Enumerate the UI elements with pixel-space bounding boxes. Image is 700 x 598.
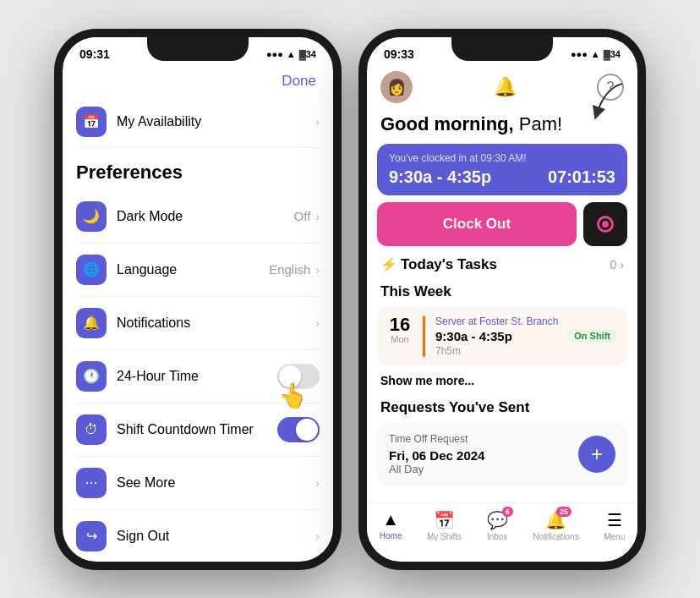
request-card[interactable]: Time Off Request Fri, 06 Dec 2024 All Da… xyxy=(377,423,627,486)
show-more-link[interactable]: Show me more... xyxy=(367,365,637,396)
pref-left-language: 🌐 Language xyxy=(76,255,177,285)
shifts-nav-label: My Shifts xyxy=(427,532,462,541)
tasks-badge[interactable]: 0 › xyxy=(610,258,624,272)
add-button[interactable]: + xyxy=(578,436,615,473)
greeting-name: Pam! xyxy=(514,113,562,134)
tasks-heading: Today's Tasks xyxy=(401,256,497,273)
left-phone: 09:31 ●●● ▲ ▓34 Done 📅 My Availability ›… xyxy=(54,29,342,570)
home-header: 👩 🔔 ? xyxy=(367,64,637,110)
shift-location: Foster St. Branch xyxy=(479,315,558,327)
home-content: 👩 🔔 ? Good morning, Pam! You've clocke xyxy=(367,64,637,551)
language-icon: 🌐 xyxy=(76,255,107,285)
settings-content: Done 📅 My Availability › Preferences 🌙 D… xyxy=(63,64,333,551)
countdown-toggle[interactable] xyxy=(277,417,320,442)
greeting: Good morning, Pam! xyxy=(367,110,637,144)
request-type: Time Off Request xyxy=(389,433,484,445)
battery-icon-right: ▓34 xyxy=(604,49,621,59)
pref-left-24hour: 🕐 24-Hour Time xyxy=(76,361,199,392)
help-button[interactable]: ? xyxy=(597,74,624,101)
shift-role: Server at Foster St. Branch xyxy=(435,315,617,327)
tasks-count: 0 xyxy=(610,258,617,272)
availability-label: My Availability xyxy=(117,114,201,129)
sign-out-chevron: › xyxy=(315,529,320,543)
sign-out-label: Sign Out xyxy=(117,529,169,544)
countdown-label: Shift Countdown Timer xyxy=(117,422,254,437)
availability-icon: 📅 xyxy=(76,107,107,137)
shift-hours-row: 9:30a - 4:35p On Shift xyxy=(435,329,617,343)
pref-left-notifications: 🔔 Notifications xyxy=(76,308,190,338)
status-icons-left: ●●● ▲ ▓34 xyxy=(266,49,316,59)
request-details: Time Off Request Fri, 06 Dec 2024 All Da… xyxy=(389,433,484,475)
menu-nav-icon: ☰ xyxy=(607,510,622,530)
nav-item-shifts[interactable]: 📅 My Shifts xyxy=(427,510,462,541)
dark-mode-icon: 🌙 xyxy=(76,201,107,232)
wifi-icon-right: ▲ xyxy=(591,49,600,59)
clock-out-button[interactable]: Clock Out xyxy=(377,202,577,246)
pref-row-countdown[interactable]: ⏱ Shift Countdown Timer xyxy=(76,403,320,457)
request-date: Fri, 06 Dec 2024 xyxy=(389,448,484,463)
shifts-nav-icon: 📅 xyxy=(434,510,455,530)
nav-item-inbox[interactable]: 💬 6 Inbox xyxy=(487,510,508,541)
time-right: 09:33 xyxy=(384,47,414,61)
language-chevron: › xyxy=(315,263,320,277)
availability-chevron: › xyxy=(315,115,320,129)
shift-range: 9:30a - 4:35p xyxy=(389,167,491,187)
pref-row-dark-mode[interactable]: 🌙 Dark Mode Off › xyxy=(76,190,320,244)
alert-icon[interactable]: 🔔 xyxy=(489,72,520,102)
preferences-title: Preferences xyxy=(76,148,320,190)
pref-row-sign-out[interactable]: ↪ Sign Out › xyxy=(76,510,320,551)
home-nav-label: Home xyxy=(380,531,402,540)
pref-row-language[interactable]: 🌐 Language English › xyxy=(76,244,320,297)
availability-row[interactable]: 📅 My Availability › xyxy=(76,96,320,148)
shift-hours: 9:30a - 4:35p xyxy=(435,329,512,343)
time-icon: 🕐 xyxy=(76,361,107,392)
record-button[interactable] xyxy=(583,202,627,246)
tasks-chevron: › xyxy=(620,258,624,272)
home-nav-icon: ▲ xyxy=(382,510,399,529)
tasks-header: ⚡ Today's Tasks 0 › xyxy=(380,256,624,273)
greeting-text: Good morning, xyxy=(380,113,514,134)
language-value: English › xyxy=(269,262,320,277)
on-shift-badge: On Shift xyxy=(567,329,617,343)
notifications-badge: 25 xyxy=(556,507,571,517)
nav-item-notifications[interactable]: 🔔 25 Notifications xyxy=(533,510,578,541)
dark-mode-label: Dark Mode xyxy=(117,209,183,224)
time-left: 09:31 xyxy=(79,47,110,61)
shift-duration: 7h5m xyxy=(435,345,617,357)
done-button[interactable]: Done xyxy=(76,64,320,96)
inbox-badge-wrap: 💬 6 xyxy=(487,510,508,530)
dark-mode-value: Off › xyxy=(294,209,320,223)
pref-left-dark-mode: 🌙 Dark Mode xyxy=(76,201,183,232)
inbox-nav-label: Inbox xyxy=(487,532,507,541)
notifications-nav-label: Notifications xyxy=(533,532,578,541)
nav-item-menu[interactable]: ☰ Menu xyxy=(604,510,625,541)
availability-left: 📅 My Availability xyxy=(76,107,201,137)
pref-row-notifications[interactable]: 🔔 Notifications › xyxy=(76,297,320,350)
pref-left-sign-out: ↪ Sign Out xyxy=(76,521,169,551)
clocked-in-text: You've clocked in at 09:30 AM! xyxy=(389,152,615,164)
clock-out-row: Clock Out xyxy=(377,202,627,246)
notch-right xyxy=(451,37,553,61)
countdown-icon: ⏱ xyxy=(76,414,107,445)
tasks-icon-wrap: ⚡ Today's Tasks xyxy=(380,256,497,273)
shift-day-name: Mon xyxy=(387,334,413,344)
notifications-icon: 🔔 xyxy=(76,308,107,338)
notch xyxy=(147,37,249,61)
shift-time-row: 9:30a - 4:35p 07:01:53 xyxy=(389,167,615,187)
pref-row-see-more[interactable]: ··· See More › xyxy=(76,457,320,510)
notifications-chevron: › xyxy=(315,316,320,330)
shift-countdown: 07:01:53 xyxy=(548,167,615,187)
menu-nav-label: Menu xyxy=(604,532,625,541)
shift-card[interactable]: 16 Mon Server at Foster St. Branch 9:30a… xyxy=(377,307,627,365)
dark-mode-chevron: › xyxy=(315,210,320,223)
nav-item-home[interactable]: ▲ Home xyxy=(380,510,402,540)
time-label: 24-Hour Time xyxy=(117,369,199,384)
tasks-section: ⚡ Today's Tasks 0 › xyxy=(367,246,637,280)
language-label: Language xyxy=(117,262,177,277)
wifi-icon: ▲ xyxy=(287,49,296,59)
pref-left-countdown: ⏱ Shift Countdown Timer xyxy=(76,414,254,445)
pref-left-see-more: ··· See More xyxy=(76,468,175,498)
battery-icon: ▓34 xyxy=(299,49,316,59)
inbox-badge: 6 xyxy=(502,507,513,517)
avatar[interactable]: 👩 xyxy=(380,71,413,103)
